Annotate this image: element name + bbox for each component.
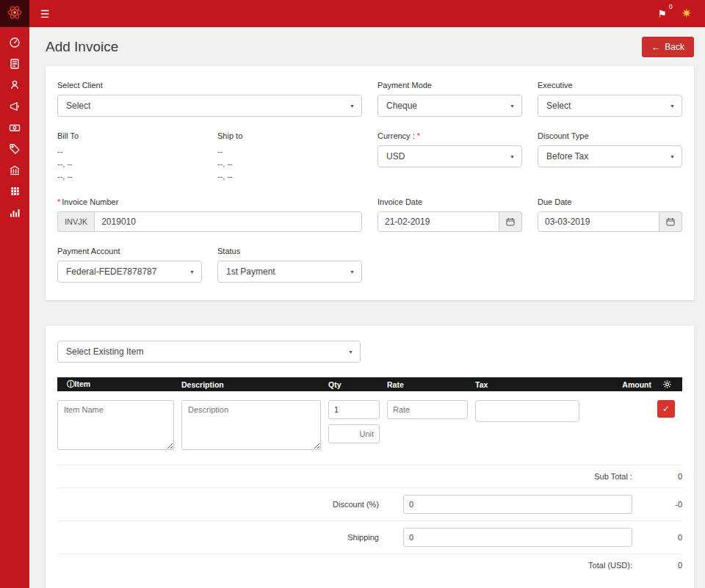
- total-value: 0: [632, 561, 682, 570]
- sidebar-item-invoices[interactable]: [4, 54, 26, 76]
- item-description-textarea[interactable]: [181, 400, 321, 450]
- select-existing-item-value: Select Existing Item: [66, 346, 143, 357]
- invoice-date-group: [377, 211, 522, 232]
- select-existing-item-dropdown[interactable]: Select Existing Item ▼: [57, 341, 361, 363]
- payment-mode-value: Cheque: [386, 101, 417, 111]
- sidebar-item-payments[interactable]: [4, 118, 26, 139]
- chevron-down-icon: ▼: [670, 104, 675, 109]
- due-date-label: Due Date: [538, 197, 682, 206]
- bill-to-block: Bill To -- --, -- --, --: [57, 131, 202, 183]
- due-date-group: [538, 211, 682, 232]
- quantity-input[interactable]: [328, 400, 380, 419]
- invoice-number-label: *Invoice Number: [57, 197, 362, 206]
- required-asterisk: *: [57, 197, 60, 206]
- back-button[interactable]: ← Back: [642, 37, 694, 57]
- app-logo[interactable]: [0, 0, 29, 27]
- invoice-date-label: Invoice Date: [377, 197, 522, 206]
- shipping-input[interactable]: [403, 528, 632, 547]
- bar-chart-icon: [9, 207, 21, 222]
- invoice-date-input[interactable]: [377, 211, 499, 232]
- rate-input[interactable]: [387, 400, 468, 419]
- invoice-number-input[interactable]: [94, 211, 362, 232]
- amount-column-header: Amount: [587, 380, 657, 389]
- field-executive: Executive Select ▼: [538, 81, 682, 117]
- invoice-details-panel: Select Client Select ▼ Payment Mode Cheq…: [46, 66, 694, 300]
- chevron-down-icon: ▼: [189, 269, 195, 275]
- unit-input[interactable]: [328, 424, 380, 443]
- chevron-down-icon: ▼: [510, 104, 515, 109]
- chevron-down-icon: ▼: [510, 154, 515, 159]
- total-label: Total (USD):: [588, 561, 632, 570]
- payment-mode-label: Payment Mode: [377, 81, 522, 90]
- tax-column-header: Tax: [475, 380, 587, 389]
- notifications-flag-icon[interactable]: ⚑ 0: [657, 8, 667, 20]
- discount-row: Discount (%) -0: [57, 487, 682, 520]
- discount-type-dropdown[interactable]: Before Tax ▼: [538, 145, 682, 167]
- total-row: Total (USD): 0: [57, 553, 682, 576]
- required-asterisk: *: [417, 131, 420, 140]
- field-payment-account: Payment Account Federal-FEDE7878787 ▼: [57, 247, 202, 283]
- grid-icon: [10, 186, 21, 200]
- gear-icon[interactable]: [657, 380, 682, 389]
- bill-to-line: --, --: [57, 170, 202, 183]
- sidebar-item-tags[interactable]: [4, 139, 26, 161]
- ship-to-block: Ship to -- --, -- --, --: [217, 131, 362, 183]
- bill-to-address: -- --, -- --, --: [57, 145, 202, 183]
- ship-to-line: --: [217, 145, 362, 158]
- ship-to-address: -- --, -- --, --: [217, 145, 362, 183]
- sidebar-item-products[interactable]: [4, 182, 26, 203]
- sidebar-item-announcements[interactable]: [4, 97, 26, 118]
- executive-value: Select: [546, 101, 571, 111]
- currency-dropdown[interactable]: USD ▼: [377, 145, 522, 167]
- invoice-number-group: INVJK: [57, 211, 362, 232]
- status-dropdown[interactable]: 1st Payment ▼: [217, 261, 362, 283]
- ship-to-label: Ship to: [217, 131, 362, 140]
- shipping-row: Shipping 0: [57, 520, 682, 553]
- person-icon: [9, 79, 21, 94]
- select-client-dropdown[interactable]: Select ▼: [57, 95, 362, 117]
- executive-dropdown[interactable]: Select ▼: [538, 95, 682, 117]
- invoice-list-icon: [9, 58, 21, 73]
- star-icon[interactable]: ✷: [682, 6, 692, 21]
- invoice-number-prefix: INVJK: [57, 211, 94, 232]
- field-discount-type: Discount Type Before Tax ▼: [538, 131, 682, 183]
- calendar-icon[interactable]: [659, 211, 682, 232]
- bill-to-line: --, --: [57, 158, 202, 170]
- menu-toggle-icon[interactable]: ☰: [40, 8, 50, 20]
- payment-account-dropdown[interactable]: Federal-FEDE7878787 ▼: [57, 261, 202, 283]
- payment-mode-dropdown[interactable]: Cheque ▼: [377, 95, 522, 117]
- info-icon[interactable]: ⓘ: [67, 380, 75, 388]
- topbar: ☰ ⚑ 0 ✷: [0, 0, 705, 27]
- sub-total-label: Sub Total :: [594, 472, 632, 481]
- chevron-down-icon: ▼: [670, 154, 675, 159]
- chevron-down-icon: ▼: [348, 349, 353, 355]
- confirm-item-button[interactable]: ✓: [657, 400, 675, 418]
- calendar-icon[interactable]: [499, 211, 522, 232]
- chevron-down-icon: ▼: [350, 269, 355, 275]
- item-row: ✓: [57, 391, 682, 465]
- qty-column-header: Qty: [328, 380, 387, 389]
- field-payment-mode: Payment Mode Cheque ▼: [377, 81, 522, 117]
- field-status: Status 1st Payment ▼: [217, 247, 362, 283]
- item-name-textarea[interactable]: [57, 400, 174, 450]
- field-select-client: Select Client Select ▼: [57, 81, 362, 117]
- discount-label: Discount (%): [333, 500, 379, 509]
- discount-type-value: Before Tax: [546, 151, 588, 161]
- field-invoice-date: Invoice Date: [377, 197, 522, 232]
- currency-label: Currency : *: [377, 131, 522, 140]
- payment-account-value: Federal-FEDE7878787: [66, 266, 156, 277]
- notification-count-badge: 0: [669, 3, 673, 10]
- invoice-number-label-text: Invoice Number: [62, 197, 118, 206]
- discount-input[interactable]: [403, 495, 632, 514]
- field-due-date: Due Date: [538, 197, 682, 232]
- sidebar: [0, 27, 29, 588]
- amount-cell: [587, 400, 657, 453]
- tax-input[interactable]: [475, 400, 579, 422]
- sidebar-item-dashboard[interactable]: [4, 33, 26, 54]
- discount-value: -0: [632, 500, 682, 509]
- sidebar-item-clients[interactable]: [4, 76, 26, 97]
- sidebar-item-reports[interactable]: [4, 203, 26, 225]
- sidebar-item-bank[interactable]: [4, 161, 26, 182]
- due-date-input[interactable]: [538, 211, 659, 232]
- money-card-icon: [9, 122, 21, 137]
